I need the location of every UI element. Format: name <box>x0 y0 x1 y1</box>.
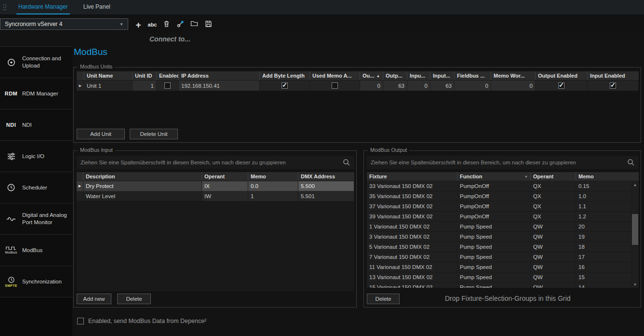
ip-address-cell[interactable]: 192.168.150.41 <box>179 81 260 91</box>
column-header-input-count[interactable]: Input... <box>430 71 455 80</box>
output-row[interactable]: 3 Varionaut 150 DMX 02 Pump Speed QW 19 <box>367 232 631 242</box>
sidebar-item-logic-io[interactable]: Logic I/O <box>0 141 72 172</box>
input-enabled-cell[interactable] <box>588 81 639 91</box>
output-row[interactable]: 37 Varionaut 150 DMX 02 PumpOnOff QX 1.1 <box>367 202 631 212</box>
open-button[interactable] <box>189 19 200 30</box>
server-select[interactable]: Syncronorm vServer 4 ▼ <box>0 18 128 30</box>
sidebar-item-ndi[interactable]: NDI NDI <box>0 109 72 141</box>
description-cell[interactable]: Water Level <box>83 191 202 202</box>
column-header-memo[interactable]: Memo <box>248 172 298 181</box>
add-byte-length-checkbox[interactable] <box>282 82 288 89</box>
unit-row[interactable]: ▶ Unit 1 1 192.168.150.41 0 63 0 63 0 0 <box>77 81 639 91</box>
unit-name-cell[interactable]: Unit 1 <box>84 81 133 91</box>
dmx-address-cell[interactable]: 5.501 <box>298 191 354 202</box>
column-header-operant[interactable]: Operant <box>202 172 248 181</box>
scrollbar-track[interactable] <box>631 188 639 281</box>
enable-modbus-checkbox[interactable] <box>77 318 84 324</box>
input-start-cell[interactable]: 0 <box>407 81 430 91</box>
column-header-input-enabled[interactable]: Input Enabled <box>588 71 639 80</box>
column-header-used-memo[interactable]: Used Memo A... <box>310 71 360 80</box>
column-header-input-start[interactable]: Inpu... <box>407 71 430 80</box>
tab-live-panel[interactable]: Live Panel <box>81 0 112 14</box>
sidebar-item-rdm-manager[interactable]: RDM RDM Manager <box>0 78 72 109</box>
output-row[interactable]: 13 Varionaut 150 DMX 02 Pump Speed QW 15 <box>367 272 631 282</box>
sidebar-item-modbus[interactable]: Modbus ModBus <box>0 235 72 266</box>
column-header-add-byte-length[interactable]: Add Byte Length <box>260 71 310 80</box>
vertical-scrollbar[interactable]: ▲ ▼ <box>631 181 639 288</box>
column-header-output-count[interactable]: Outp... <box>383 71 407 80</box>
filter-dropdown-icon[interactable]: ▼ <box>524 175 528 178</box>
column-header-memo[interactable]: Memo <box>576 172 639 181</box>
output-enabled-cell[interactable] <box>536 81 588 91</box>
output-row[interactable]: 5 Varionaut 150 DMX 02 Pump Speed QW 18 <box>367 242 631 252</box>
sidebar-item-connection-and-upload[interactable]: Connection and Upload <box>0 47 72 78</box>
output-row[interactable]: 7 Varionaut 150 DMX 02 Pump Speed QW 17 <box>367 252 631 262</box>
function-cell[interactable]: Pump Speed <box>457 242 531 252</box>
output-row[interactable]: 1 Varionaut 150 DMX 02 Pump Speed QW 20 <box>367 222 631 232</box>
group-by-drop-area[interactable]: Ziehen Sie eine Spaltenüberschrift in di… <box>367 156 639 169</box>
input-enabled-checkbox[interactable] <box>610 82 616 89</box>
function-cell[interactable]: Pump Speed <box>457 282 531 288</box>
function-cell[interactable]: Pump Speed <box>457 262 531 272</box>
column-header-fixture[interactable]: Fixture <box>367 172 457 181</box>
search-icon[interactable] <box>343 159 350 166</box>
delete-button[interactable] <box>161 19 172 30</box>
function-cell[interactable]: Pump Speed <box>457 252 531 262</box>
enabled-cell[interactable] <box>157 81 179 91</box>
column-header-description[interactable]: Description <box>83 172 202 181</box>
function-cell[interactable]: Pump Speed <box>457 222 531 232</box>
add-button[interactable]: + <box>133 19 144 30</box>
input-row-selected[interactable]: ▶ Dry Protect IX 0.0 5.500 <box>77 181 354 191</box>
column-header-memo-word[interactable]: Memo Wor... <box>491 71 536 80</box>
output-enabled-checkbox[interactable] <box>558 82 564 89</box>
sidebar-item-synchronization[interactable]: SMPTE Synchronization <box>0 266 72 297</box>
add-byte-length-cell[interactable] <box>260 81 310 91</box>
column-header-function[interactable]: Function▼ <box>457 172 531 181</box>
output-row[interactable]: 11 Varionaut 150 DMX 02 Pump Speed QW 16 <box>367 262 631 272</box>
operant-cell[interactable]: IX <box>202 181 248 191</box>
tab-hardware-manager[interactable]: Hardware Manager <box>16 0 70 14</box>
search-icon[interactable] <box>627 159 635 166</box>
memo-word-cell[interactable]: 0 <box>491 81 536 91</box>
delete-input-button[interactable]: Delete <box>117 294 151 304</box>
output-row[interactable]: 39 Varionaut 150 DMX 02 PumpOnOff QX 1.2 <box>367 212 631 222</box>
unit-id-cell[interactable]: 1 <box>133 81 157 91</box>
function-cell[interactable]: PumpOnOff <box>457 202 531 212</box>
function-cell[interactable]: PumpOnOff <box>457 212 531 222</box>
sidebar-item-scheduler[interactable]: Scheduler <box>0 172 72 203</box>
output-row[interactable]: 35 Varionaut 150 DMX 02 PumpOnOff QX 1.0 <box>367 191 631 202</box>
function-cell[interactable]: PumpOnOff <box>457 191 531 202</box>
fieldbus-cell[interactable]: 0 <box>455 81 491 91</box>
column-header-unit-id[interactable]: Unit ID <box>133 71 157 80</box>
used-memo-cell[interactable] <box>310 81 360 91</box>
column-header-fieldbus[interactable]: Fieldbus ... <box>455 71 491 80</box>
column-header-enabled[interactable]: Enabled <box>157 71 179 80</box>
description-cell[interactable]: Dry Protect <box>83 181 202 191</box>
scrollbar-thumb[interactable] <box>632 214 638 245</box>
column-header-output-enabled[interactable]: Output Enabled <box>536 71 588 80</box>
input-count-cell[interactable]: 63 <box>430 81 455 91</box>
memo-cell[interactable]: 1 <box>248 191 298 202</box>
delete-output-button[interactable]: Delete <box>367 294 400 304</box>
function-cell[interactable]: Pump Speed <box>457 272 531 282</box>
column-header-unit-name[interactable]: Unit Name <box>84 71 133 80</box>
delete-unit-button[interactable]: Delete Unit <box>130 129 178 139</box>
enabled-checkbox[interactable] <box>164 82 171 89</box>
function-cell[interactable]: PumpOnOff <box>457 181 531 191</box>
memo-cell[interactable]: 0.0 <box>248 181 298 191</box>
save-button[interactable] <box>203 19 214 30</box>
add-unit-button[interactable]: Add Unit <box>77 129 125 139</box>
add-new-button[interactable]: Add new <box>77 294 111 304</box>
sidebar-item-port-monitor[interactable]: Digital and Analog Port Monitor <box>0 203 72 235</box>
dmx-address-cell[interactable]: 5.500 <box>298 181 354 191</box>
scroll-up-button[interactable]: ▲ <box>631 181 639 188</box>
input-row[interactable]: Water Level IW 1 5.501 <box>77 191 354 202</box>
group-by-drop-area[interactable]: Ziehen Sie eine Spaltenüberschrift in di… <box>77 156 354 169</box>
column-header-dmx-address[interactable]: DMX Address <box>298 172 354 181</box>
column-header-ip-address[interactable]: IP Address <box>179 71 260 80</box>
rename-button[interactable]: abc <box>147 19 158 30</box>
output-count-cell[interactable]: 63 <box>383 81 407 91</box>
column-header-output-start[interactable]: Ou...▲ <box>360 71 383 80</box>
connect-button[interactable] <box>175 19 186 30</box>
output-start-cell[interactable]: 0 <box>360 81 383 91</box>
